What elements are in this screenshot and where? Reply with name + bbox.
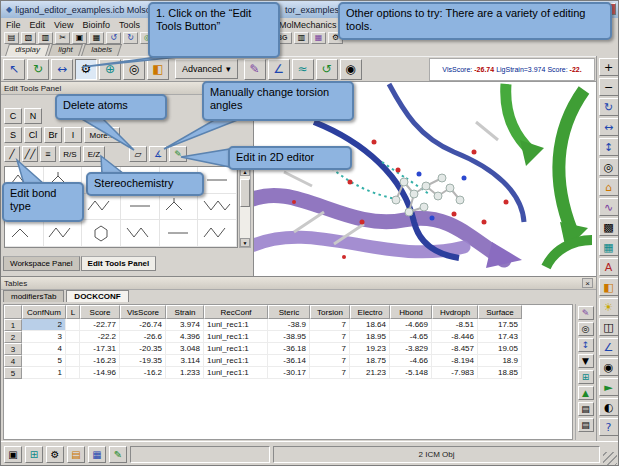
fragment-template[interactable] [121,220,160,247]
pencil-icon[interactable]: ✎ [109,446,127,463]
scrollbar-thumb[interactable] [240,179,250,207]
cell-vlsscore[interactable]: -26.6 [120,331,166,343]
mesh-icon[interactable]: ▩ [599,218,619,236]
surface-icon[interactable]: ▦ [599,238,619,256]
resize-grip[interactable] [603,452,617,466]
col-strain[interactable]: Strain [166,305,204,319]
color-icon[interactable]: ◧ [599,278,619,296]
find-icon[interactable]: ◎ [578,322,594,336]
col-recconf[interactable]: RecConf [204,305,268,319]
menu-edit[interactable]: Edit [30,20,46,30]
cell-vlsscore[interactable]: -26.74 [120,319,166,331]
snapshot-icon[interactable]: ◉ [340,59,362,80]
fragment-template[interactable] [5,220,44,247]
cell-strain[interactable]: 1.233 [166,367,204,379]
col-vlsscore[interactable]: VlsScore [120,305,166,319]
cell-hbond[interactable]: -4.65 [390,331,432,343]
menu-view[interactable]: View [54,20,73,30]
cell-steric[interactable]: -36.14 [268,355,310,367]
paste-icon[interactable]: ▦ [89,32,104,44]
cell-confnum[interactable]: 4 [22,343,66,355]
cell-l[interactable] [66,319,80,331]
cell-surface[interactable]: 17.43 [478,331,522,343]
home-view-icon[interactable]: ⌂ [599,178,619,196]
element-br-button[interactable]: Br [44,127,62,143]
cell-score[interactable]: -22.77 [80,319,120,331]
menu-tools[interactable]: Tools [119,20,140,30]
cell-hbond[interactable]: -5.148 [390,367,432,379]
col-electro[interactable]: Electro [350,305,390,319]
element-s-button[interactable]: S [4,127,22,143]
cell-recconf[interactable]: 1unl_rec1:1 [204,367,268,379]
cell-strain[interactable]: 4.396 [166,331,204,343]
display-icon[interactable]: ▦ [311,32,326,44]
zoom-out-icon[interactable]: − [599,78,619,96]
tab-light[interactable]: light [48,44,83,56]
cell-confnum[interactable]: 3 [22,331,66,343]
undo-view-icon[interactable]: ↺ [316,59,338,80]
cell-vlsscore[interactable]: -20.35 [120,343,166,355]
rs-stereo-button[interactable]: R/S [59,146,81,162]
open-folder-icon[interactable]: ▧ [21,32,36,44]
movie-icon[interactable]: ► [599,378,619,396]
table-row[interactable]: 1 2 -22.77 -26.74 3.974 1unl_rec1:1 -38.… [4,319,572,331]
torsion-icon[interactable]: ∡ [149,146,167,162]
cell-score[interactable]: -16.23 [80,355,120,367]
cell-l[interactable] [66,367,80,379]
fragment-template[interactable] [160,220,199,247]
cell-hvdroph[interactable]: -8.446 [432,331,478,343]
more-elements-button[interactable]: More... [84,127,120,143]
fragment-template[interactable] [121,194,160,221]
zoom-in-icon[interactable]: ⊕ [99,59,121,80]
redo-icon[interactable]: ↻ [123,32,138,44]
eraser-icon[interactable]: ▱ [129,146,147,162]
advanced-button[interactable]: Advanced ▾ [175,59,238,79]
row-header[interactable]: 3 [4,343,22,355]
layers-icon[interactable]: ▤ [578,402,594,416]
cell-l[interactable] [66,355,80,367]
table-row[interactable]: 4 5 -16.23 -19.35 3.114 1unl_rec1:1 -36.… [4,355,572,367]
ribbon-icon[interactable]: ∿ [599,198,619,216]
tab-workspace-panel[interactable]: Workspace Panel [3,256,80,271]
cell-electro[interactable]: 18.95 [350,331,390,343]
cell-torsion[interactable]: 7 [310,343,350,355]
cell-electro[interactable]: 21.23 [350,367,390,379]
new-doc-icon[interactable]: ▤ [4,32,19,44]
cell-electro[interactable]: 18.64 [350,319,390,331]
grid-icon[interactable]: ⊞ [25,446,43,463]
cell-surface[interactable]: 17.55 [478,319,522,331]
tables-close-icon[interactable]: × [582,278,593,288]
tab-edit-tools-panel[interactable]: Edit Tools Panel [81,256,157,271]
cell-recconf[interactable]: 1unl_rec1:1 [204,343,268,355]
cell-confnum[interactable]: 1 [22,367,66,379]
table-row[interactable]: 5 1 -14.96 -16.2 1.233 1unl_rec1:1 -30.1… [4,367,572,379]
contrast-icon[interactable]: ◐ [599,398,619,416]
save-icon[interactable]: ▥ [38,32,53,44]
row-header[interactable]: 2 [4,331,22,343]
cell-hvdroph[interactable]: -8.457 [432,343,478,355]
cell-score[interactable]: -22.2 [80,331,120,343]
cell-score[interactable]: -14.96 [80,367,120,379]
col-surface[interactable]: Surface [478,305,522,319]
fragment-template[interactable] [198,220,237,247]
col-hvdroph[interactable]: Hvdroph [432,305,478,319]
pencil-icon[interactable]: ✎ [244,59,266,80]
tab-modifierstab[interactable]: modifiersTab [3,290,64,302]
cell-steric[interactable]: -38.9 [268,319,310,331]
filter-icon[interactable]: ▼ [578,354,594,368]
wave-icon[interactable]: ≈ [292,59,314,80]
fragment-template[interactable] [160,194,199,221]
row-header[interactable]: 4 [4,355,22,367]
grid-view-icon[interactable]: ⊞ [578,370,594,384]
fragment-template[interactable] [82,194,121,221]
chart-icon[interactable]: ▲ [578,386,594,400]
cell-steric[interactable]: -30.17 [268,367,310,379]
rotate-icon[interactable]: ↻ [27,59,49,80]
menu-molmechanics[interactable]: MolMechanics [279,20,337,30]
cell-surface[interactable]: 18.85 [478,367,522,379]
double-bond-button[interactable]: ╱╱ [22,146,38,162]
lighting-icon[interactable]: ☀ [599,298,619,316]
cell-strain[interactable]: 3.974 [166,319,204,331]
cursor-icon[interactable]: ↖ [3,59,25,80]
console-icon[interactable]: ▣ [4,446,22,463]
